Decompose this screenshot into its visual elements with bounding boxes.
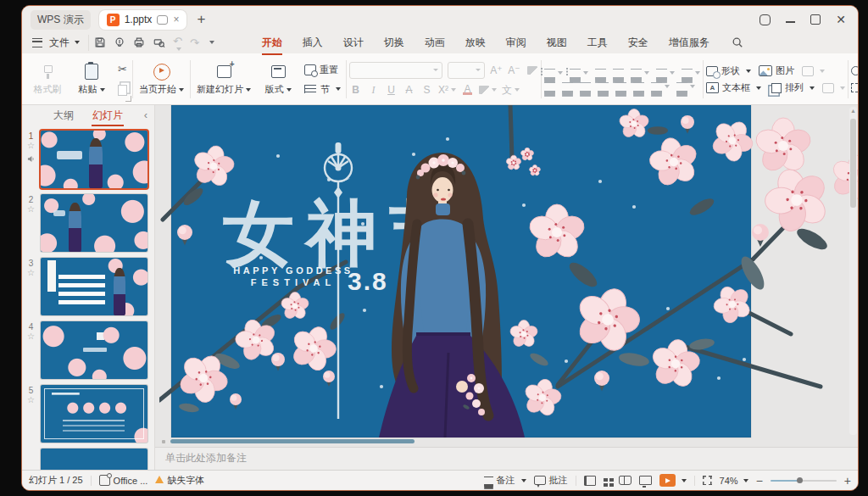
highlight-button[interactable] — [479, 83, 497, 97]
justify-button[interactable] — [598, 82, 609, 91]
slide-thumbnail-6[interactable] — [24, 449, 151, 470]
clipboard-dialog-launcher-icon[interactable] — [125, 96, 131, 102]
scroll-left-nub[interactable] — [162, 440, 165, 443]
favorite-star-icon[interactable]: ☆ — [27, 142, 35, 150]
slide-6-thumb[interactable] — [41, 449, 147, 470]
slide-4-thumb[interactable] — [41, 321, 147, 379]
tab-slides[interactable]: 幻灯片 — [92, 106, 124, 125]
zoom-slider[interactable] — [771, 480, 837, 482]
superscript-button[interactable]: X² — [438, 83, 456, 97]
zoom-out-button[interactable]: − — [756, 475, 763, 487]
tab-slideshow[interactable]: 放映 — [455, 32, 496, 53]
print-icon[interactable] — [133, 36, 145, 48]
favorite-star-icon[interactable]: ☆ — [27, 332, 35, 341]
tab-outline[interactable]: 大纲 — [53, 106, 75, 125]
vertical-scrollbar[interactable]: ▲ — [849, 107, 857, 435]
favorite-star-icon[interactable]: ☆ — [27, 269, 35, 277]
shapes-button[interactable]: 形状 — [706, 64, 751, 77]
slide-thumbnail-5[interactable]: 5 ☆ — [24, 385, 151, 443]
smartart-button[interactable] — [802, 66, 825, 76]
horizontal-scroll-thumb[interactable] — [170, 439, 415, 443]
tab-services[interactable]: 增值服务 — [659, 32, 720, 53]
numbering-button[interactable] — [570, 69, 588, 77]
find-button[interactable]: 查找 — [851, 64, 859, 77]
tab-tools[interactable]: 工具 — [577, 32, 618, 53]
zoom-level[interactable]: 74% — [720, 476, 748, 486]
slide-subtitle-2[interactable]: FESTIVAL — [251, 277, 336, 287]
tab-insert[interactable]: 插入 — [292, 32, 333, 53]
italic-button[interactable]: I — [367, 83, 380, 97]
slide-thumbnail-3[interactable]: 3 ☆ — [24, 258, 151, 315]
tab-transition[interactable]: 切换 — [374, 32, 415, 53]
slide-canvas[interactable]: 女神节 HAPPY GODDESS FESTIVAL 3.8 — [155, 105, 858, 447]
normal-view-button[interactable] — [584, 476, 596, 486]
redo-icon[interactable]: ↷ — [190, 36, 199, 49]
tab-security[interactable]: 安全 — [618, 32, 659, 53]
decrease-indent-button[interactable] — [595, 69, 606, 77]
section-button[interactable]: 节 — [302, 82, 343, 97]
notes-placeholder[interactable]: 单击此处添加备注 — [155, 447, 858, 470]
text-direction-button[interactable] — [656, 69, 675, 77]
decrease-font-button[interactable]: A⁻ — [508, 64, 520, 77]
tab-design[interactable]: 设计 — [333, 32, 374, 53]
line-spacing-button[interactable] — [633, 82, 644, 91]
slide-1-thumb[interactable] — [41, 131, 147, 188]
strikethrough-button[interactable]: A — [403, 83, 415, 97]
maximize-icon[interactable] — [810, 14, 821, 25]
horizontal-scrollbar[interactable] — [162, 438, 839, 444]
textbox-button[interactable]: A文本框 — [706, 81, 761, 94]
align-left-button[interactable] — [544, 82, 555, 91]
paste-button[interactable]: 粘贴 — [71, 61, 112, 98]
clear-format-button[interactable] — [526, 64, 538, 77]
missing-font-button[interactable]: 缺失字体 — [155, 474, 204, 487]
tab-window-icon[interactable] — [157, 15, 168, 25]
tab-animation[interactable]: 动画 — [415, 32, 455, 53]
new-slide-button[interactable]: 新建幻灯片 — [193, 61, 254, 98]
slide-sorter-button[interactable] — [604, 478, 611, 483]
projector-button[interactable] — [639, 476, 652, 485]
tab-view[interactable]: 视图 — [537, 32, 577, 53]
slide-thumbnail-4[interactable]: 4 ☆ — [24, 321, 151, 379]
app-title[interactable]: WPS 演示 — [31, 10, 91, 30]
comments-button[interactable]: 批注 — [534, 474, 568, 487]
slideshow-play-button[interactable] — [659, 474, 687, 487]
cut-button[interactable]: ✂ — [115, 62, 130, 76]
save-icon[interactable] — [94, 36, 106, 48]
align-right-button[interactable] — [580, 82, 591, 91]
customize-toolbar-icon[interactable] — [209, 41, 214, 44]
font-size-select[interactable] — [448, 62, 485, 79]
undo-icon[interactable]: ↶ — [173, 35, 182, 51]
document-tab[interactable]: P 1.pptx × — [99, 10, 187, 30]
slide-date[interactable]: 3.8 — [348, 267, 388, 295]
fit-slide-button[interactable] — [703, 476, 712, 485]
vertical-scroll-thumb[interactable] — [850, 119, 856, 208]
play-from-current-button[interactable]: 当页开始 — [136, 61, 187, 98]
char-tool-button[interactable]: 文 — [502, 83, 520, 97]
office-compat-button[interactable]: Office ... — [99, 475, 148, 486]
paragraph-settings-button[interactable] — [676, 82, 695, 91]
skin-icon[interactable] — [760, 14, 771, 25]
export-pdf-icon[interactable] — [114, 36, 125, 48]
tab-review[interactable]: 审阅 — [496, 32, 537, 53]
shadow-button[interactable]: S — [420, 83, 433, 97]
bullets-button[interactable] — [544, 69, 563, 77]
distribute-button[interactable] — [615, 82, 626, 91]
bold-button[interactable]: B — [349, 83, 362, 97]
media-button[interactable] — [822, 83, 845, 93]
font-color-button[interactable]: A — [461, 83, 474, 97]
columns-button[interactable] — [682, 69, 700, 77]
scroll-up-icon[interactable]: ▲ — [849, 108, 857, 114]
close-icon[interactable]: ✕ — [836, 13, 846, 26]
align-center-button[interactable] — [562, 82, 573, 91]
favorite-star-icon[interactable]: ☆ — [27, 396, 35, 404]
reading-view-button[interactable] — [619, 476, 632, 485]
collapse-panel-icon[interactable]: ‹ — [144, 109, 147, 121]
increase-font-button[interactable]: A⁺ — [490, 64, 503, 77]
slide-thumbnail-1[interactable]: 1 ☆ — [24, 131, 151, 188]
reset-button[interactable]: 重置 — [302, 63, 343, 77]
picture-button[interactable]: 图片 — [759, 64, 794, 77]
slide-subtitle-1[interactable]: HAPPY GODDESS — [233, 265, 353, 276]
copy-button[interactable] — [115, 81, 130, 97]
paragraph-spacing-button[interactable] — [651, 82, 670, 91]
favorite-star-icon[interactable]: ☆ — [27, 205, 35, 214]
